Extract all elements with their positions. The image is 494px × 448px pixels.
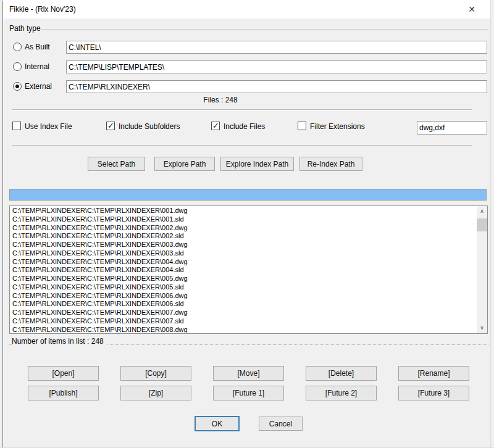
window-title: Fikkie - (Rlx Nov'23) xyxy=(9,5,76,14)
path-type-group-label: Path type xyxy=(9,24,41,33)
radio-internal-label: Internal xyxy=(25,62,49,71)
scroll-down-icon[interactable]: ∨ xyxy=(477,323,487,333)
use-index-file-checkbox[interactable] xyxy=(12,122,21,130)
internal-path-input[interactable] xyxy=(66,60,487,73)
path-type-group-border xyxy=(41,29,488,30)
ok-button[interactable]: OK xyxy=(195,416,240,431)
file-list: C:\TEMP\RLXINDEXER\C:\TEMP\RLXINDEXER\00… xyxy=(9,205,488,334)
include-subfolders-checkbox[interactable] xyxy=(106,122,115,130)
list-item[interactable]: C:\TEMP\RLXINDEXER\C:\TEMP\RLXINDEXER\00… xyxy=(10,215,476,224)
radio-as-built-label: As Built xyxy=(25,43,50,51)
window-border-left xyxy=(2,0,3,448)
list-item[interactable]: C:\TEMP\RLXINDEXER\C:\TEMP\RLXINDEXER\00… xyxy=(10,241,476,249)
explore-path-button[interactable]: Explore Path xyxy=(154,157,215,171)
external-path-input[interactable] xyxy=(66,80,487,93)
re-index-path-button[interactable]: Re-Index Path xyxy=(299,157,362,171)
filter-extensions-label: Filter Extensions xyxy=(310,122,365,131)
publish-button[interactable]: [Publish] xyxy=(28,386,99,400)
file-list-items: C:\TEMP\RLXINDEXER\C:\TEMP\RLXINDEXER\00… xyxy=(10,207,476,333)
divider-top xyxy=(12,109,472,110)
rename-button[interactable]: [Rename] xyxy=(398,366,469,381)
list-item[interactable]: C:\TEMP\RLXINDEXER\C:\TEMP\RLXINDEXER\00… xyxy=(10,249,476,258)
copy-button[interactable]: [Copy] xyxy=(120,366,191,381)
open-button[interactable]: [Open] xyxy=(28,366,99,381)
radio-as-built[interactable] xyxy=(13,43,22,51)
filter-extensions-input[interactable] xyxy=(417,121,487,135)
items-count-label: Number of items in list : 248 xyxy=(12,337,107,346)
include-files-label: Include Files xyxy=(224,122,265,131)
dialog-window: Fikkie - (Rlx Nov'23) ✕ Path type As Bui… xyxy=(0,0,494,448)
list-item[interactable]: C:\TEMP\RLXINDEXER\C:\TEMP\RLXINDEXER\00… xyxy=(10,292,476,301)
cancel-button[interactable]: Cancel xyxy=(259,417,303,431)
window-border-right xyxy=(490,0,491,448)
list-item[interactable]: C:\TEMP\RLXINDEXER\C:\TEMP\RLXINDEXER\00… xyxy=(10,300,476,309)
future2-button[interactable]: [Future 2] xyxy=(306,386,377,400)
list-item[interactable]: C:\TEMP\RLXINDEXER\C:\TEMP\RLXINDEXER\00… xyxy=(10,283,476,292)
title-bar: Fikkie - (Rlx Nov'23) ✕ xyxy=(3,0,490,19)
divider-middle xyxy=(12,145,472,146)
progress-bar xyxy=(9,189,487,201)
future3-button[interactable]: [Future 3] xyxy=(398,386,469,400)
scroll-up-icon[interactable]: ∧ xyxy=(477,206,487,217)
explore-index-path-button[interactable]: Explore Index Path xyxy=(220,157,294,171)
delete-button[interactable]: [Delete] xyxy=(306,366,377,381)
list-item[interactable]: C:\TEMP\RLXINDEXER\C:\TEMP\RLXINDEXER\00… xyxy=(10,275,476,283)
list-item[interactable]: C:\TEMP\RLXINDEXER\C:\TEMP\RLXINDEXER\00… xyxy=(10,309,476,317)
select-path-button[interactable]: Select Path xyxy=(88,157,145,171)
list-item[interactable]: C:\TEMP\RLXINDEXER\C:\TEMP\RLXINDEXER\00… xyxy=(10,232,476,241)
scrollbar-thumb[interactable] xyxy=(477,218,487,231)
list-item[interactable]: C:\TEMP\RLXINDEXER\C:\TEMP\RLXINDEXER\00… xyxy=(10,207,476,215)
list-item[interactable]: C:\TEMP\RLXINDEXER\C:\TEMP\RLXINDEXER\00… xyxy=(10,266,476,275)
include-files-checkbox[interactable] xyxy=(211,122,220,130)
list-item[interactable]: C:\TEMP\RLXINDEXER\C:\TEMP\RLXINDEXER\00… xyxy=(10,326,476,333)
radio-internal[interactable] xyxy=(13,62,22,71)
use-index-file-label: Use Index File xyxy=(25,122,72,131)
radio-external[interactable] xyxy=(13,82,22,91)
filter-extensions-checkbox[interactable] xyxy=(298,122,306,130)
list-item[interactable]: C:\TEMP\RLXINDEXER\C:\TEMP\RLXINDEXER\00… xyxy=(10,317,476,326)
future1-button[interactable]: [Future 1] xyxy=(213,386,284,400)
include-subfolders-label: Include Subfolders xyxy=(119,122,180,131)
zip-button[interactable]: [Zip] xyxy=(120,386,191,400)
close-icon[interactable]: ✕ xyxy=(464,3,479,15)
list-item[interactable]: C:\TEMP\RLXINDEXER\C:\TEMP\RLXINDEXER\00… xyxy=(10,224,476,233)
move-button[interactable]: [Move] xyxy=(213,366,284,381)
list-scrollbar[interactable]: ∧ ∨ xyxy=(477,206,487,333)
list-item[interactable]: C:\TEMP\RLXINDEXER\C:\TEMP\RLXINDEXER\00… xyxy=(10,258,476,267)
radio-external-label: External xyxy=(25,82,52,91)
as-built-path-input[interactable] xyxy=(66,41,487,54)
progress-bar-fill xyxy=(10,189,486,200)
files-count-label: Files : 248 xyxy=(66,96,375,104)
